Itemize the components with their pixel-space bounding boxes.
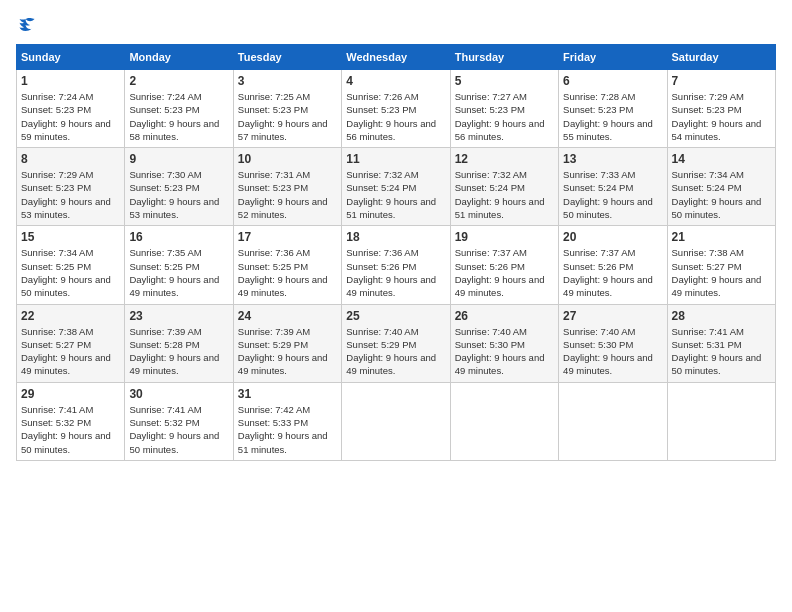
day-info: Sunrise: 7:36 AMSunset: 5:25 PMDaylight:… — [238, 246, 337, 299]
calendar-cell: 21Sunrise: 7:38 AMSunset: 5:27 PMDayligh… — [667, 226, 775, 304]
calendar-cell: 24Sunrise: 7:39 AMSunset: 5:29 PMDayligh… — [233, 304, 341, 382]
calendar-cell: 23Sunrise: 7:39 AMSunset: 5:28 PMDayligh… — [125, 304, 233, 382]
calendar-cell: 25Sunrise: 7:40 AMSunset: 5:29 PMDayligh… — [342, 304, 450, 382]
calendar-cell — [342, 382, 450, 460]
calendar-header-wednesday: Wednesday — [342, 45, 450, 70]
calendar-cell: 11Sunrise: 7:32 AMSunset: 5:24 PMDayligh… — [342, 148, 450, 226]
calendar-cell: 1Sunrise: 7:24 AMSunset: 5:23 PMDaylight… — [17, 70, 125, 148]
calendar-cell: 10Sunrise: 7:31 AMSunset: 5:23 PMDayligh… — [233, 148, 341, 226]
day-number: 18 — [346, 230, 445, 244]
calendar-cell: 17Sunrise: 7:36 AMSunset: 5:25 PMDayligh… — [233, 226, 341, 304]
calendar-cell: 19Sunrise: 7:37 AMSunset: 5:26 PMDayligh… — [450, 226, 558, 304]
day-number: 2 — [129, 74, 228, 88]
day-info: Sunrise: 7:29 AMSunset: 5:23 PMDaylight:… — [672, 90, 771, 143]
calendar-header-row: SundayMondayTuesdayWednesdayThursdayFrid… — [17, 45, 776, 70]
page-header — [16, 16, 776, 34]
day-number: 23 — [129, 309, 228, 323]
calendar-header-tuesday: Tuesday — [233, 45, 341, 70]
calendar-cell: 5Sunrise: 7:27 AMSunset: 5:23 PMDaylight… — [450, 70, 558, 148]
calendar-cell: 2Sunrise: 7:24 AMSunset: 5:23 PMDaylight… — [125, 70, 233, 148]
day-number: 7 — [672, 74, 771, 88]
day-number: 11 — [346, 152, 445, 166]
day-info: Sunrise: 7:24 AMSunset: 5:23 PMDaylight:… — [21, 90, 120, 143]
logo — [16, 16, 36, 34]
day-info: Sunrise: 7:33 AMSunset: 5:24 PMDaylight:… — [563, 168, 662, 221]
day-number: 19 — [455, 230, 554, 244]
calendar-cell: 4Sunrise: 7:26 AMSunset: 5:23 PMDaylight… — [342, 70, 450, 148]
calendar-cell: 29Sunrise: 7:41 AMSunset: 5:32 PMDayligh… — [17, 382, 125, 460]
day-number: 26 — [455, 309, 554, 323]
calendar-week-5: 29Sunrise: 7:41 AMSunset: 5:32 PMDayligh… — [17, 382, 776, 460]
day-info: Sunrise: 7:30 AMSunset: 5:23 PMDaylight:… — [129, 168, 228, 221]
calendar-cell: 15Sunrise: 7:34 AMSunset: 5:25 PMDayligh… — [17, 226, 125, 304]
day-info: Sunrise: 7:40 AMSunset: 5:30 PMDaylight:… — [563, 325, 662, 378]
day-info: Sunrise: 7:37 AMSunset: 5:26 PMDaylight:… — [455, 246, 554, 299]
day-info: Sunrise: 7:28 AMSunset: 5:23 PMDaylight:… — [563, 90, 662, 143]
day-info: Sunrise: 7:34 AMSunset: 5:25 PMDaylight:… — [21, 246, 120, 299]
calendar-cell: 6Sunrise: 7:28 AMSunset: 5:23 PMDaylight… — [559, 70, 667, 148]
calendar-cell: 27Sunrise: 7:40 AMSunset: 5:30 PMDayligh… — [559, 304, 667, 382]
calendar-cell: 7Sunrise: 7:29 AMSunset: 5:23 PMDaylight… — [667, 70, 775, 148]
day-info: Sunrise: 7:41 AMSunset: 5:31 PMDaylight:… — [672, 325, 771, 378]
day-number: 21 — [672, 230, 771, 244]
day-number: 28 — [672, 309, 771, 323]
day-number: 12 — [455, 152, 554, 166]
day-info: Sunrise: 7:32 AMSunset: 5:24 PMDaylight:… — [346, 168, 445, 221]
day-number: 13 — [563, 152, 662, 166]
calendar-cell: 12Sunrise: 7:32 AMSunset: 5:24 PMDayligh… — [450, 148, 558, 226]
day-info: Sunrise: 7:29 AMSunset: 5:23 PMDaylight:… — [21, 168, 120, 221]
calendar-header-friday: Friday — [559, 45, 667, 70]
day-info: Sunrise: 7:27 AMSunset: 5:23 PMDaylight:… — [455, 90, 554, 143]
calendar-header-sunday: Sunday — [17, 45, 125, 70]
day-info: Sunrise: 7:38 AMSunset: 5:27 PMDaylight:… — [21, 325, 120, 378]
day-number: 15 — [21, 230, 120, 244]
day-info: Sunrise: 7:38 AMSunset: 5:27 PMDaylight:… — [672, 246, 771, 299]
day-info: Sunrise: 7:34 AMSunset: 5:24 PMDaylight:… — [672, 168, 771, 221]
day-number: 17 — [238, 230, 337, 244]
day-number: 6 — [563, 74, 662, 88]
day-info: Sunrise: 7:41 AMSunset: 5:32 PMDaylight:… — [129, 403, 228, 456]
day-info: Sunrise: 7:35 AMSunset: 5:25 PMDaylight:… — [129, 246, 228, 299]
day-number: 29 — [21, 387, 120, 401]
calendar-cell: 16Sunrise: 7:35 AMSunset: 5:25 PMDayligh… — [125, 226, 233, 304]
day-info: Sunrise: 7:31 AMSunset: 5:23 PMDaylight:… — [238, 168, 337, 221]
day-number: 22 — [21, 309, 120, 323]
day-number: 24 — [238, 309, 337, 323]
calendar-header-saturday: Saturday — [667, 45, 775, 70]
calendar-cell: 22Sunrise: 7:38 AMSunset: 5:27 PMDayligh… — [17, 304, 125, 382]
day-info: Sunrise: 7:32 AMSunset: 5:24 PMDaylight:… — [455, 168, 554, 221]
day-number: 25 — [346, 309, 445, 323]
day-number: 1 — [21, 74, 120, 88]
calendar-header-monday: Monday — [125, 45, 233, 70]
day-info: Sunrise: 7:37 AMSunset: 5:26 PMDaylight:… — [563, 246, 662, 299]
calendar-header-thursday: Thursday — [450, 45, 558, 70]
day-number: 3 — [238, 74, 337, 88]
day-info: Sunrise: 7:41 AMSunset: 5:32 PMDaylight:… — [21, 403, 120, 456]
calendar-cell — [559, 382, 667, 460]
day-number: 14 — [672, 152, 771, 166]
day-number: 8 — [21, 152, 120, 166]
day-number: 16 — [129, 230, 228, 244]
day-info: Sunrise: 7:26 AMSunset: 5:23 PMDaylight:… — [346, 90, 445, 143]
calendar-cell: 28Sunrise: 7:41 AMSunset: 5:31 PMDayligh… — [667, 304, 775, 382]
day-number: 30 — [129, 387, 228, 401]
calendar-cell: 26Sunrise: 7:40 AMSunset: 5:30 PMDayligh… — [450, 304, 558, 382]
day-number: 5 — [455, 74, 554, 88]
calendar-cell: 9Sunrise: 7:30 AMSunset: 5:23 PMDaylight… — [125, 148, 233, 226]
day-info: Sunrise: 7:40 AMSunset: 5:30 PMDaylight:… — [455, 325, 554, 378]
day-number: 20 — [563, 230, 662, 244]
calendar-week-3: 15Sunrise: 7:34 AMSunset: 5:25 PMDayligh… — [17, 226, 776, 304]
calendar-cell — [667, 382, 775, 460]
calendar-cell: 30Sunrise: 7:41 AMSunset: 5:32 PMDayligh… — [125, 382, 233, 460]
day-info: Sunrise: 7:24 AMSunset: 5:23 PMDaylight:… — [129, 90, 228, 143]
day-number: 31 — [238, 387, 337, 401]
day-info: Sunrise: 7:39 AMSunset: 5:29 PMDaylight:… — [238, 325, 337, 378]
calendar-cell: 14Sunrise: 7:34 AMSunset: 5:24 PMDayligh… — [667, 148, 775, 226]
calendar-cell: 13Sunrise: 7:33 AMSunset: 5:24 PMDayligh… — [559, 148, 667, 226]
day-info: Sunrise: 7:39 AMSunset: 5:28 PMDaylight:… — [129, 325, 228, 378]
day-number: 4 — [346, 74, 445, 88]
day-info: Sunrise: 7:40 AMSunset: 5:29 PMDaylight:… — [346, 325, 445, 378]
calendar-cell — [450, 382, 558, 460]
calendar-cell: 18Sunrise: 7:36 AMSunset: 5:26 PMDayligh… — [342, 226, 450, 304]
day-info: Sunrise: 7:36 AMSunset: 5:26 PMDaylight:… — [346, 246, 445, 299]
